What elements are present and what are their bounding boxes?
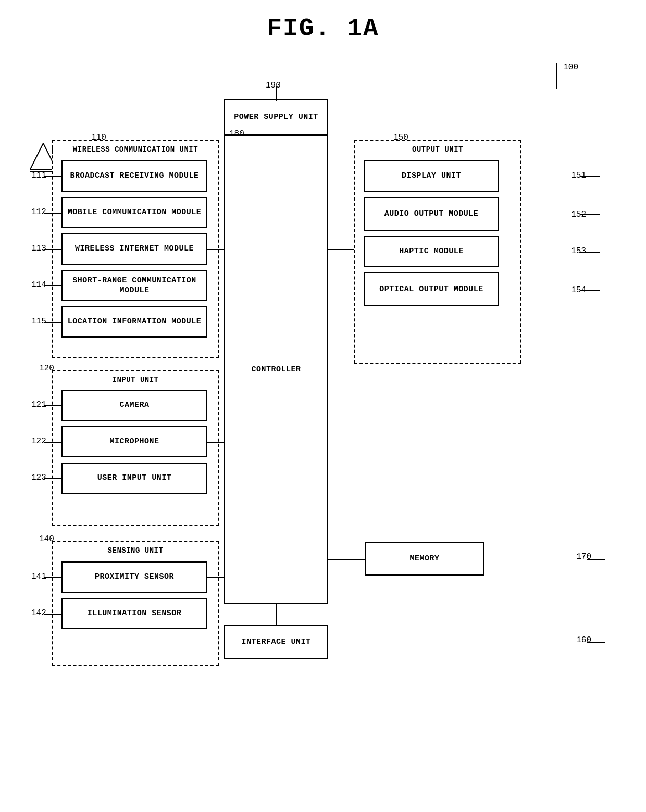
label-121: 121 — [31, 400, 46, 409]
label-111: 111 — [31, 171, 46, 180]
wireless-internet-box: WIRELESS INTERNET MODULE — [61, 233, 207, 265]
label-142: 142 — [31, 608, 46, 618]
user-input-box: USER INPUT UNIT — [61, 463, 207, 494]
label-180: 180 — [229, 129, 244, 139]
label-170: 170 — [576, 552, 591, 561]
label-123: 123 — [31, 473, 46, 482]
location-info-box: LOCATION INFORMATION MODULE — [61, 306, 207, 338]
mobile-comm-box: MOBILE COMMUNICATION MODULE — [61, 197, 207, 228]
label-120: 120 — [39, 364, 54, 373]
label-122: 122 — [31, 436, 46, 446]
broadcast-box: BROADCAST RECEIVING MODULE — [61, 160, 207, 192]
microphone-box: MICROPHONE — [61, 426, 207, 457]
illumination-box: ILLUMINATION SENSOR — [61, 598, 207, 629]
interface-unit-box: INTERFACE UNIT — [224, 625, 328, 659]
label-140: 140 — [39, 534, 54, 544]
optical-output-box: OPTICAL OUTPUT MODULE — [364, 272, 499, 306]
label-190: 190 — [266, 81, 281, 90]
haptic-box: HAPTIC MODULE — [364, 236, 499, 267]
label-100: 100 — [563, 63, 578, 72]
label-141: 141 — [31, 572, 46, 581]
label-150: 150 — [393, 133, 408, 142]
controller-box: CONTROLLER — [224, 135, 328, 604]
short-range-box: SHORT-RANGE COMMUNICATION MODULE — [61, 270, 207, 301]
memory-box: MEMORY — [365, 542, 484, 576]
label-114: 114 — [31, 280, 46, 290]
page-title: FIG. 1A — [0, 0, 646, 43]
label-115: 115 — [31, 317, 46, 326]
label-160: 160 — [576, 635, 591, 645]
display-box: DISPLAY UNIT — [364, 160, 499, 192]
audio-output-box: AUDIO OUTPUT MODULE — [364, 197, 499, 231]
camera-box: CAMERA — [61, 390, 207, 421]
label-113: 113 — [31, 244, 46, 253]
label-153: 153 — [571, 246, 586, 256]
label-112: 112 — [31, 207, 46, 217]
label-110: 110 — [91, 133, 106, 142]
proximity-box: PROXIMITY SENSOR — [61, 561, 207, 593]
label-151: 151 — [571, 171, 586, 180]
